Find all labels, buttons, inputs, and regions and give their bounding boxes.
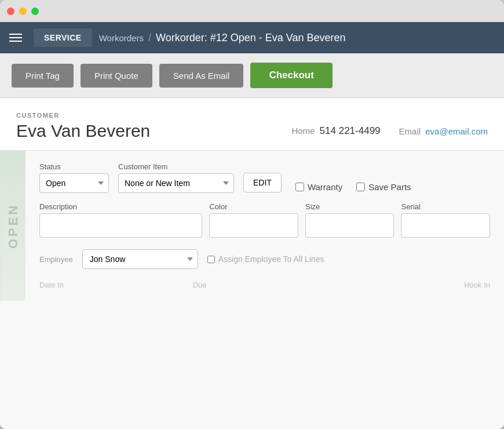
checkout-button[interactable]: Checkout xyxy=(250,63,332,88)
breadcrumb-separator: / xyxy=(148,32,151,44)
description-row: Description Color Size Serial xyxy=(39,202,490,238)
description-input[interactable] xyxy=(39,213,202,238)
due-group: Due xyxy=(193,281,337,289)
navbar: SERVICE Workorders / Workorder: #12 Open… xyxy=(0,22,504,53)
status-label: Status xyxy=(39,162,109,171)
color-group: Color xyxy=(209,202,298,238)
save-parts-label: Save Parts xyxy=(368,182,411,192)
send-email-button[interactable]: Send As Email xyxy=(159,64,244,88)
app-window: SERVICE Workorders / Workorder: #12 Open… xyxy=(0,0,504,429)
size-input[interactable] xyxy=(305,213,395,238)
date-row: Date In Due Hook In xyxy=(39,281,490,289)
employee-select[interactable]: Jon Snow Jane Doe xyxy=(82,249,198,269)
warranty-label: Warranty xyxy=(308,182,342,192)
service-badge: SERVICE xyxy=(34,28,92,47)
due-label: Due xyxy=(193,281,337,289)
main-content: CUSTOMER Eva Van Beveren Home 514 221-44… xyxy=(0,98,504,429)
hook-in-label: Hook In xyxy=(346,281,490,289)
serial-label: Serial xyxy=(401,202,490,211)
customer-item-group: Customer Item None or New Item Item 1 It… xyxy=(118,162,234,193)
side-open-label: OPEN xyxy=(0,151,25,301)
color-label: Color xyxy=(209,202,298,211)
size-group: Size xyxy=(305,202,395,238)
customer-name: Eva Van Beveren xyxy=(16,121,150,141)
toolbar: Print Tag Print Quote Send As Email Chec… xyxy=(0,53,504,98)
status-group: Status Open Closed Pending xyxy=(39,162,109,193)
assign-employee-group: Assign Employee To All Lines xyxy=(207,255,324,264)
work-panel: Status Open Closed Pending Customer Item… xyxy=(25,151,504,301)
customer-item-select[interactable]: None or New Item Item 1 Item 2 xyxy=(118,173,234,193)
email-address[interactable]: eva@email.com xyxy=(425,126,488,136)
maximize-button[interactable] xyxy=(31,8,39,15)
minimize-button[interactable] xyxy=(19,8,27,15)
workorder-title: Workorder: #12 Open - Eva Van Beveren xyxy=(156,32,346,44)
size-label: Size xyxy=(305,202,395,211)
title-bar xyxy=(0,0,504,22)
description-group: Description xyxy=(39,202,202,238)
email-info: Email eva@email.com xyxy=(399,126,488,136)
warranty-checkbox[interactable] xyxy=(295,183,304,191)
save-parts-group: Save Parts xyxy=(356,182,411,192)
date-in-label: Date In xyxy=(39,281,184,289)
assign-employee-checkbox[interactable] xyxy=(207,256,215,263)
employee-row: Employee Jon Snow Jane Doe Assign Employ… xyxy=(39,249,490,269)
warranty-group: Warranty xyxy=(295,182,342,192)
save-parts-checkbox[interactable] xyxy=(356,183,365,191)
phone-label: Home xyxy=(291,126,315,136)
breadcrumb: Workorders / Workorder: #12 Open - Eva V… xyxy=(99,32,346,44)
description-label: Description xyxy=(39,202,202,211)
phone-number: 514 221-4499 xyxy=(320,125,381,136)
work-area: OPEN Status Open Closed Pending Customer xyxy=(0,151,504,301)
serial-input[interactable] xyxy=(401,213,490,238)
edit-button[interactable]: EDIT xyxy=(243,173,282,192)
print-tag-button[interactable]: Print Tag xyxy=(12,64,74,88)
close-button[interactable] xyxy=(7,8,14,15)
date-in-group: Date In xyxy=(39,281,184,289)
print-quote-button[interactable]: Print Quote xyxy=(81,64,152,88)
employee-label: Employee xyxy=(39,255,73,264)
status-item-row: Status Open Closed Pending Customer Item… xyxy=(39,162,490,193)
customer-row: Eva Van Beveren Home 514 221-4499 Email … xyxy=(16,121,488,141)
customer-label: CUSTOMER xyxy=(16,112,488,119)
email-label: Email xyxy=(399,126,421,136)
assign-employee-label: Assign Employee To All Lines xyxy=(218,255,324,264)
phone-info: Home 514 221-4499 xyxy=(291,125,380,137)
customer-item-label: Customer Item xyxy=(118,162,234,171)
serial-group: Serial xyxy=(401,202,490,238)
hook-in-group: Hook In xyxy=(346,281,490,289)
workorders-link[interactable]: Workorders xyxy=(99,33,144,43)
customer-section: CUSTOMER Eva Van Beveren Home 514 221-44… xyxy=(0,98,504,151)
menu-button[interactable] xyxy=(0,34,31,42)
contact-info: Home 514 221-4499 Email eva@email.com xyxy=(291,125,488,137)
status-select[interactable]: Open Closed Pending xyxy=(39,173,109,193)
color-input[interactable] xyxy=(209,213,298,238)
